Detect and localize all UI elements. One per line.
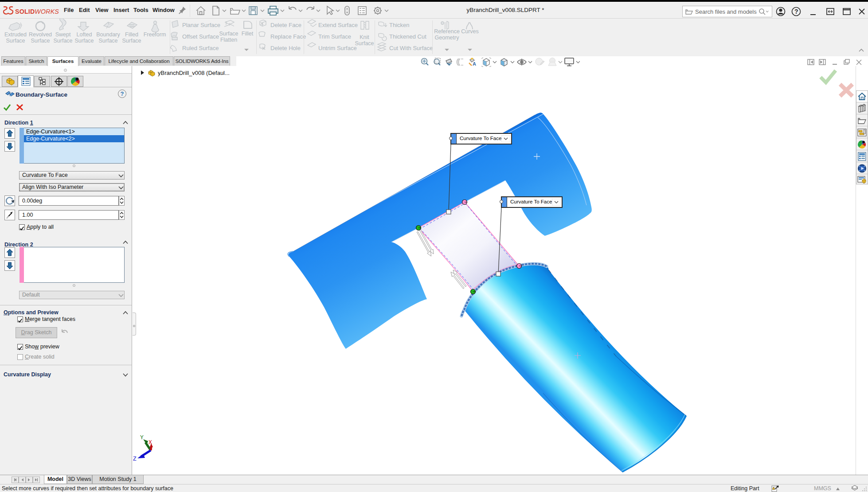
svg-text:Flatten: Flatten bbox=[220, 37, 237, 43]
svg-text:Delete Face: Delete Face bbox=[270, 22, 301, 28]
svg-text:Reference: Reference bbox=[434, 28, 460, 35]
svg-text:!: ! bbox=[773, 487, 774, 489]
svg-text:Z: Z bbox=[133, 456, 137, 462]
svg-text:Y: Y bbox=[140, 434, 144, 441]
svg-text:Freeform: Freeform bbox=[144, 31, 166, 38]
svg-text:Boundary: Boundary bbox=[96, 31, 120, 38]
svg-text:Lofted: Lofted bbox=[77, 31, 92, 38]
svg-text:A: A bbox=[473, 61, 476, 66]
svg-text:?: ? bbox=[794, 8, 798, 15]
svg-text:Surface: Surface bbox=[122, 38, 141, 44]
svg-text:Ruled Surface: Ruled Surface bbox=[182, 45, 219, 51]
svg-text:Surface: Surface bbox=[219, 31, 238, 37]
svg-text:Planar Surface: Planar Surface bbox=[182, 22, 220, 28]
svg-text:X: X bbox=[149, 439, 152, 446]
svg-text:Thicken: Thicken bbox=[389, 22, 410, 28]
svg-text:Untrim Surface: Untrim Surface bbox=[318, 45, 357, 51]
svg-text:Trim Surface: Trim Surface bbox=[318, 33, 351, 40]
svg-text:Cut With Surface: Cut With Surface bbox=[389, 45, 433, 51]
svg-text:Swept: Swept bbox=[55, 31, 71, 38]
svg-text:Curves: Curves bbox=[461, 28, 479, 35]
svg-text:Delete Hole: Delete Hole bbox=[270, 45, 301, 51]
svg-text:Geometry: Geometry bbox=[435, 35, 460, 41]
svg-text:Surface: Surface bbox=[53, 38, 72, 44]
svg-text:Revolved: Revolved bbox=[29, 31, 52, 38]
svg-text:Surface: Surface bbox=[74, 38, 94, 44]
svg-text:Knit: Knit bbox=[360, 34, 369, 40]
svg-text:Fillet: Fillet bbox=[242, 31, 254, 37]
svg-text:Surface: Surface bbox=[98, 38, 117, 44]
svg-text:Filled: Filled bbox=[125, 31, 138, 38]
svg-text:Extend Surface: Extend Surface bbox=[318, 22, 358, 28]
svg-text:Surface: Surface bbox=[6, 38, 25, 44]
svg-text:Thickened Cut: Thickened Cut bbox=[389, 33, 426, 40]
svg-text:Extruded: Extruded bbox=[4, 31, 27, 38]
svg-text:Surface: Surface bbox=[31, 38, 50, 44]
svg-text:Offset Surface: Offset Surface bbox=[182, 33, 219, 40]
svg-text:Replace Face: Replace Face bbox=[270, 33, 306, 40]
svg-text:SOLIDWORKS: SOLIDWORKS bbox=[15, 8, 59, 15]
svg-text:Surface: Surface bbox=[355, 40, 374, 47]
